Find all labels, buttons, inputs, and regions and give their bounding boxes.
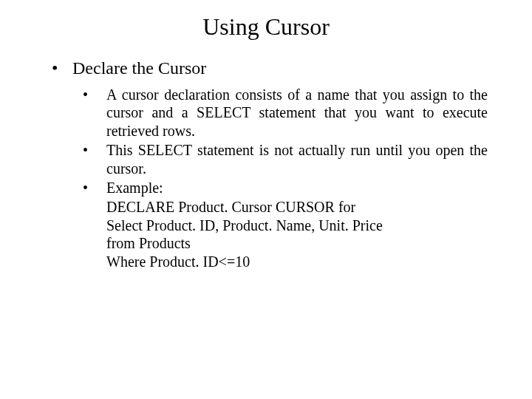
section-heading: Declare the Cursor [52,58,532,78]
slide: Using Cursor Declare the Cursor • A curs… [0,13,532,399]
bullet-item: • A cursor declaration consists of a nam… [83,86,488,140]
bullet-text: A cursor declaration consists of a name … [106,86,488,139]
example-line: from Products [106,234,488,252]
bullet-text: This SELECT statement is not actually ru… [106,142,488,176]
bullet-text: Example: [106,180,163,196]
bullet-icon: • [83,179,88,197]
bullet-item: • Example: [83,179,488,197]
example-line: DECLARE Product. Cursor CURSOR for [106,198,488,216]
example-line: Select Product. ID, Product. Name, Unit.… [106,216,488,234]
bullet-icon: • [83,141,88,159]
bullet-item: • This SELECT statement is not actually … [83,141,488,177]
slide-title: Using Cursor [0,13,532,41]
example-line: Where Product. ID<=10 [106,253,488,270]
bullet-icon: • [83,86,88,103]
